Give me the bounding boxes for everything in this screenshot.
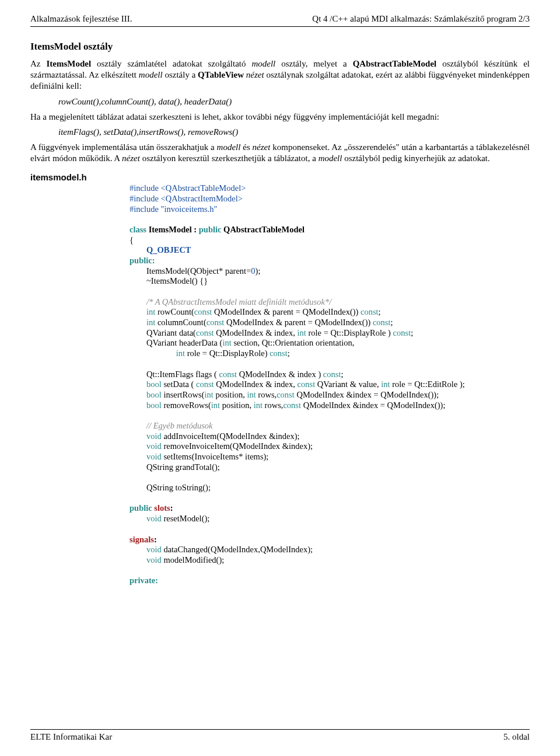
footer-left: ELTE Informatikai Kar xyxy=(30,732,112,742)
paragraph-1: Az ItemsModel osztály számlatétel adatok… xyxy=(30,58,530,92)
header-right: Qt 4 /C++ alapú MDI alkalmazás: Számlaké… xyxy=(312,14,530,24)
func-list-2: itemFlags(), setData(),insertRows(), rem… xyxy=(58,127,530,137)
source-filename: itemsmodel.h xyxy=(30,172,530,182)
footer-rule xyxy=(30,729,530,730)
func-list-1: rowCount(),columnCount(), data(), header… xyxy=(58,97,530,107)
header-rule xyxy=(30,26,530,27)
section-title: ItemsModel osztály xyxy=(30,41,530,53)
page-header: Alkalmazások fejlesztése III. Qt 4 /C++ … xyxy=(30,14,530,24)
header-left: Alkalmazások fejlesztése III. xyxy=(30,14,132,24)
code-block: #include <QAbstractTableModel> #include … xyxy=(130,183,530,586)
paragraph-3: A függvények implementálása után összera… xyxy=(30,142,530,164)
footer-right: 5. oldal xyxy=(503,732,530,742)
paragraph-2: Ha a megjelenített táblázat adatai szerk… xyxy=(30,112,530,123)
page-footer: ELTE Informatikai Kar 5. oldal xyxy=(30,729,530,742)
